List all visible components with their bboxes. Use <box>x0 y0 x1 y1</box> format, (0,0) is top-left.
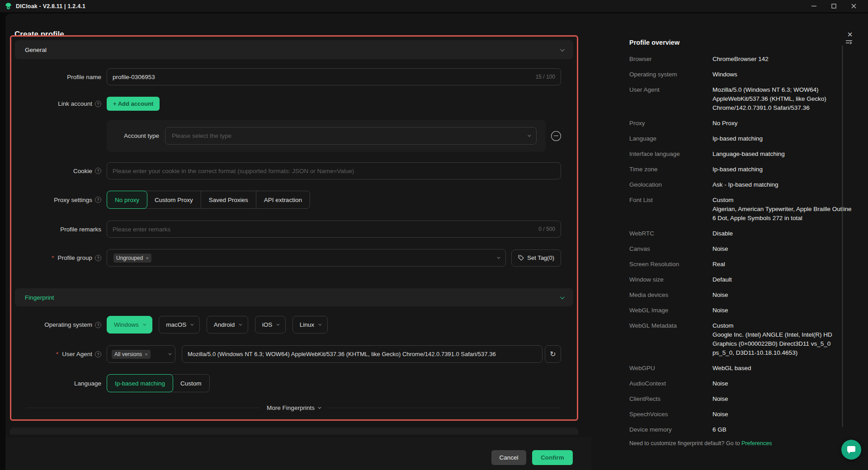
language-row: Language Ip-based matching Custom <box>26 374 561 392</box>
confirm-button[interactable]: Confirm <box>532 450 573 465</box>
chevron-down-icon <box>560 47 565 52</box>
more-fingerprints-divider: More Fingerprints <box>26 404 561 411</box>
link-account-label: Link account ? <box>26 100 101 107</box>
collapsed-section-strip[interactable] <box>10 428 578 435</box>
os-button-ios[interactable]: iOS <box>255 316 286 334</box>
profile-name-label: Profile name <box>26 74 101 80</box>
language-tabs: Ip-based matching Custom <box>107 374 210 392</box>
general-form: Profile name 15 / 100 Link account ? + A… <box>15 59 573 267</box>
create-profile-dialog: Create profile × General Profile name 15… <box>5 14 868 470</box>
account-type-row: Account type Please select the type <box>26 120 561 152</box>
remove-tag-icon[interactable]: × <box>145 352 147 357</box>
profile-group-row: * Profile group ? Ungrouped × <box>26 249 561 267</box>
os-button-macos[interactable]: macOS <box>159 316 200 334</box>
ua-field-shell <box>182 345 542 363</box>
tab-saved-proxies[interactable]: Saved Proxies <box>201 191 256 208</box>
user-agent-input[interactable] <box>188 351 537 357</box>
dialog-footer: Cancel Confirm <box>5 437 591 470</box>
link-account-row: Link account ? + Add account <box>26 97 561 111</box>
chevron-down-icon <box>528 134 531 137</box>
remarks-field-shell: 0 / 500 <box>107 221 561 238</box>
maximize-button[interactable] <box>824 0 844 12</box>
tab-ip-based-matching[interactable]: Ip-based matching <box>107 374 173 392</box>
overview-scrollbar[interactable] <box>842 45 843 427</box>
profile-name-field-shell: 15 / 100 <box>107 68 561 85</box>
overview-row: GeolocationAsk - Ip-based matching <box>629 177 853 193</box>
help-icon[interactable]: ? <box>95 351 101 357</box>
profile-name-counter: 15 / 100 <box>536 74 555 80</box>
os-button-windows[interactable]: Windows <box>107 316 152 334</box>
language-label: Language <box>26 380 101 387</box>
chevron-down-icon <box>318 406 321 409</box>
account-type-select[interactable]: Please select the type <box>165 127 537 145</box>
help-icon[interactable]: ? <box>95 255 101 261</box>
close-dialog-icon[interactable]: × <box>847 30 853 39</box>
overview-row: BrowserChromeBrowser 142 <box>629 52 853 67</box>
profile-group-label: * Profile group ? <box>26 254 101 261</box>
ua-version-select[interactable]: All versions × <box>107 345 175 363</box>
account-type-panel: Account type Please select the type <box>107 120 546 152</box>
overview-row: Screen ResolutionReal <box>629 257 853 272</box>
overview-row: SpeechVoicesNoise <box>629 407 853 422</box>
operating-system-row: Operating system ? Windows macOS Android… <box>26 316 561 334</box>
help-icon[interactable]: ? <box>95 322 101 328</box>
fingerprint-section-header[interactable]: Fingerprint <box>15 288 573 306</box>
overview-row: LanguageIp-based matching <box>629 131 853 146</box>
overview-row: WebRTCDisable <box>629 226 853 241</box>
help-icon[interactable]: ? <box>95 101 101 107</box>
fingerprint-default-note: Need to customize fingerprint default? G… <box>629 440 853 446</box>
chevron-down-icon <box>191 323 194 326</box>
add-account-button[interactable]: + Add account <box>107 97 160 111</box>
chevron-down-icon <box>277 323 280 326</box>
tab-api-extraction[interactable]: API extraction <box>256 191 310 208</box>
account-type-label: Account type <box>107 132 159 139</box>
minimize-button[interactable] <box>804 0 824 12</box>
close-window-button[interactable] <box>844 0 863 12</box>
tab-no-proxy[interactable]: No proxy <box>107 191 147 209</box>
cancel-button[interactable]: Cancel <box>491 450 526 465</box>
overview-row: Font ListCustom Algerian, American Typew… <box>629 193 853 226</box>
more-fingerprints-button[interactable]: More Fingerprints <box>267 404 320 411</box>
help-icon[interactable]: ? <box>95 168 101 174</box>
general-section-label: General <box>25 47 47 53</box>
tag-icon <box>518 255 524 261</box>
required-asterisk: * <box>52 254 54 261</box>
overview-row: AudioContextNoise <box>629 376 853 391</box>
tab-custom-language[interactable]: Custom <box>173 375 209 392</box>
ua-version-chip: All versions × <box>112 350 151 359</box>
chevron-down-icon <box>168 352 171 355</box>
remove-account-icon[interactable] <box>551 131 561 141</box>
chevron-down-icon <box>239 323 242 326</box>
app-logo-icon <box>5 2 12 10</box>
cookie-label: Cookie ? <box>26 168 101 174</box>
user-agent-row: * User Agent ? All versions × ↻ <box>26 345 561 363</box>
cookie-input[interactable] <box>113 168 555 174</box>
help-icon[interactable]: ? <box>95 197 101 203</box>
required-asterisk: * <box>56 351 58 357</box>
refresh-ua-button[interactable]: ↻ <box>545 345 561 363</box>
set-tag-button[interactable]: Set Tag(0) <box>511 249 561 267</box>
tab-custom-proxy[interactable]: Custom Proxy <box>147 191 201 208</box>
refresh-icon: ↻ <box>550 350 556 358</box>
app-title: DICloak - V2.8.11 | 1.2.4.1 <box>16 3 85 9</box>
overview-title: Profile overview <box>629 39 679 46</box>
overview-row: WebGL MetadataCustom Google Inc. (Intel)… <box>629 318 853 361</box>
overview-row: Time zoneIp-based matching <box>629 162 853 177</box>
chat-support-button[interactable] <box>841 440 861 460</box>
os-buttons: Windows macOS Android iOS Linux <box>107 316 332 334</box>
preferences-link[interactable]: Preferences <box>741 440 772 446</box>
remove-tag-icon[interactable]: × <box>146 255 148 261</box>
overview-row: User AgentMozilla/5.0 (Windows NT 6.3; W… <box>629 82 853 116</box>
overview-row: ClientRectsNoise <box>629 391 853 407</box>
collapse-panel-icon[interactable] <box>845 39 853 46</box>
overview-row: Operating systemWindows <box>629 67 853 82</box>
general-section-header[interactable]: General <box>15 40 573 59</box>
profile-remarks-label: Profile remarks <box>26 226 101 233</box>
os-button-android[interactable]: Android <box>207 316 249 334</box>
os-button-linux[interactable]: Linux <box>292 316 328 334</box>
profile-group-select[interactable]: Ungrouped × <box>107 249 506 267</box>
profile-name-input[interactable] <box>113 74 531 80</box>
profile-remarks-input[interactable] <box>113 226 534 233</box>
overview-row: WebGL ImageNoise <box>629 303 853 318</box>
chevron-down-icon <box>497 256 500 259</box>
